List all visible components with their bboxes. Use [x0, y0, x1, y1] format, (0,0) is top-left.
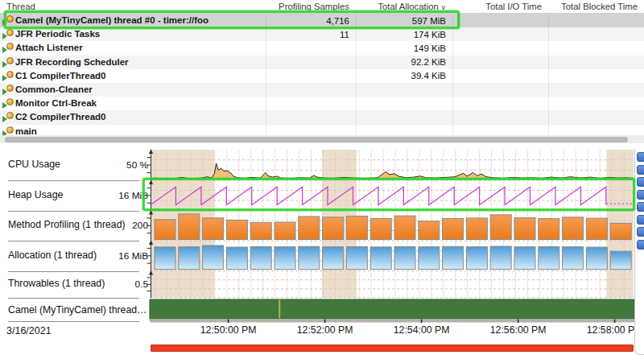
- thread-ball-icon: [6, 29, 14, 36]
- allocation-bar: [563, 247, 584, 270]
- thread-ball-icon: [6, 126, 14, 134]
- allocation-bar: [394, 246, 415, 269]
- panel-icon-button[interactable]: [637, 215, 644, 225]
- threads-table-body: Camel (MyTinyCamel) thread #0 - timer://…: [0, 14, 644, 135]
- thread-ball-icon: [6, 43, 14, 50]
- allocation-bar: [419, 247, 440, 270]
- recording-progress-bar: [151, 345, 634, 352]
- panel-icon-button[interactable]: [637, 190, 644, 200]
- method-profiling-bar: [250, 222, 271, 239]
- time-axis-strip: [150, 320, 634, 323]
- timeline-row-scale-value: 16 MiB: [92, 250, 148, 262]
- method-profiling-bar: [490, 215, 511, 240]
- method-profiling-bar: [155, 220, 175, 240]
- cell-profiling-samples: 11: [340, 30, 349, 39]
- table-row[interactable]: main: [0, 125, 644, 136]
- method-profiling-bar: [419, 221, 440, 240]
- panel-icon-button[interactable]: [637, 177, 644, 187]
- table-row[interactable]: Camel (MyTinyCamel) thread #0 - timer://…: [0, 14, 644, 27]
- timeline-row-separator: [8, 180, 139, 181]
- table-row[interactable]: C2 CompilerThread0: [0, 110, 644, 124]
- timeline-row-separator: [8, 298, 139, 299]
- table-row[interactable]: JFR Periodic Tasks11174 KiB: [0, 27, 644, 41]
- timeline-row-scale-value: 200: [92, 220, 148, 231]
- thread-name: Common-Cleaner: [15, 85, 93, 94]
- thread-name: Attach Listener: [15, 43, 83, 52]
- table-row[interactable]: JFR Recording Scheduler92.2 KiB: [0, 56, 644, 69]
- col-header-total-allocation[interactable]: Total Allocation∨: [378, 2, 446, 11]
- thread-state-running-band: [150, 299, 634, 319]
- timeline-row-separator: [8, 241, 139, 241]
- timeline-row-separator: [8, 321, 139, 322]
- allocation-bar: [370, 247, 391, 270]
- thread-ball-icon: [6, 71, 14, 78]
- allocation-bar: [179, 247, 200, 270]
- timeline-row-label: Throwables (1 thread): [8, 278, 105, 289]
- method-profiling-bar: [226, 220, 247, 239]
- method-profiling-bar: [394, 216, 415, 239]
- cpu-usage-area: [151, 163, 634, 180]
- running-thread-icon: [2, 126, 14, 136]
- heap-usage-sawtooth: [151, 187, 606, 204]
- scrollbar-thumb[interactable]: [5, 137, 628, 142]
- cell-total-allocation: 92.2 KiB: [411, 57, 446, 67]
- column-separator: [356, 0, 357, 135]
- thread-ball-icon: [6, 85, 14, 92]
- allocation-bar: [203, 246, 224, 269]
- sort-descending-icon: ∨: [441, 3, 446, 11]
- running-thread-icon: [2, 98, 14, 109]
- panel-icon-button[interactable]: [637, 240, 644, 250]
- thread-ball-icon: [6, 98, 14, 105]
- thread-ball-icon: [6, 15, 14, 23]
- profiler-window: Thread Profiling Samples Total Allocatio…: [0, 0, 644, 359]
- table-header: Thread Profiling Samples Total Allocatio…: [0, 0, 644, 14]
- thread-ball-icon: [6, 57, 14, 64]
- cell-total-allocation: 174 KiB: [414, 30, 446, 39]
- allocation-bar: [610, 251, 631, 269]
- method-profiling-bar: [443, 218, 464, 239]
- allocation-bar: [155, 247, 175, 270]
- cell-total-allocation: 39.4 KiB: [411, 71, 446, 80]
- panel-icon-button[interactable]: [637, 227, 644, 237]
- table-row[interactable]: C1 CompilerThread039.4 KiB: [0, 69, 644, 83]
- panel-icon-button[interactable]: [637, 165, 644, 175]
- method-profiling-bar: [466, 218, 487, 240]
- running-thread-icon: [2, 71, 14, 81]
- col-header-total-blocked-time[interactable]: Total Blocked Time: [561, 2, 638, 11]
- method-profiling-bar: [586, 218, 607, 239]
- col-header-total-io-time[interactable]: Total I/O Time: [485, 2, 542, 11]
- thread-name: main: [15, 126, 37, 136]
- allocation-bar: [443, 246, 464, 269]
- method-profiling-bar: [514, 218, 535, 240]
- thread-name: C1 CompilerThread0: [15, 71, 105, 80]
- column-separator: [548, 0, 549, 135]
- time-axis-label: 12:54:00 PM: [382, 324, 462, 336]
- running-thread-icon: [2, 43, 14, 53]
- time-axis-label: 12:56:00 PM: [478, 324, 559, 336]
- table-row[interactable]: Attach Listener149 KiB: [0, 41, 644, 55]
- timeline-charts[interactable]: [142, 149, 636, 323]
- panel-icon-button[interactable]: [637, 152, 644, 162]
- allocation-bar: [226, 247, 247, 269]
- method-profiling-bar: [179, 214, 200, 240]
- running-thread-icon: [2, 15, 14, 26]
- cell-total-allocation: 149 KiB: [414, 43, 446, 53]
- thread-name: JFR Recording Scheduler: [15, 57, 129, 67]
- table-row[interactable]: Common-Cleaner: [0, 83, 644, 97]
- thread-name: Camel (MyTinyCamel) thread #0 - timer://…: [15, 15, 208, 25]
- method-profiling-bar: [203, 218, 224, 240]
- allocation-bar: [490, 246, 511, 269]
- col-header-thread[interactable]: Thread: [6, 2, 35, 11]
- cell-profiling-samples: 4,716: [326, 16, 349, 26]
- thread-name: C2 CompilerThread0: [15, 112, 105, 122]
- cell-total-allocation: 597 MiB: [412, 16, 446, 26]
- allocation-bar: [466, 247, 487, 270]
- col-header-profiling-samples[interactable]: Profiling Samples: [279, 2, 349, 11]
- panel-icon-button[interactable]: [637, 202, 644, 212]
- method-profiling-bar: [299, 217, 320, 240]
- running-thread-icon: [2, 112, 14, 122]
- running-thread-icon: [2, 57, 14, 68]
- table-horizontal-scrollbar[interactable]: [0, 135, 644, 143]
- timeline-row-scale-value: 50 %: [92, 159, 148, 171]
- table-row[interactable]: Monitor Ctrl-Break: [0, 97, 644, 110]
